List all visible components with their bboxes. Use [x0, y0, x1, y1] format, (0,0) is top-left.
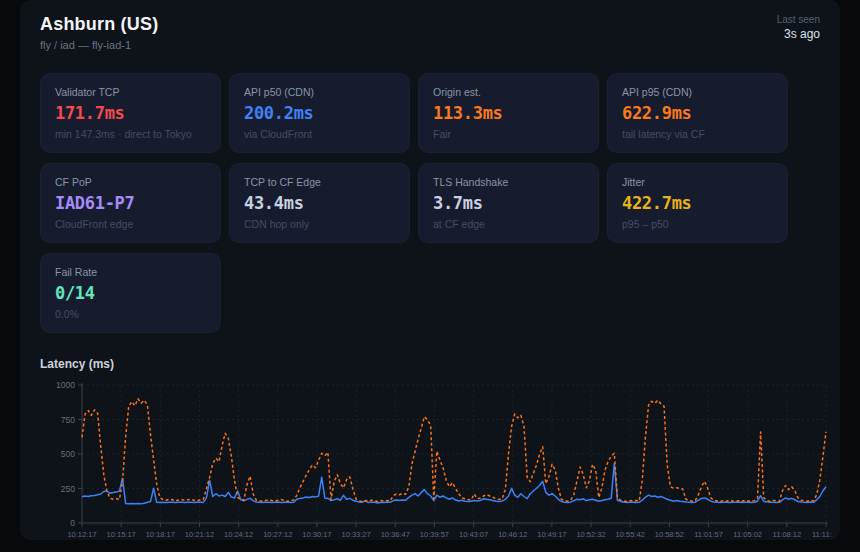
stat-card: Validator TCP 171.7ms min 147.3ms · dire… — [40, 73, 221, 153]
x-tick-label: 10:21:12 — [185, 530, 214, 539]
chart-wrap: 0250500750100010:12:1710:15:1710:18:1710… — [42, 379, 820, 552]
header: Ashburn (US) fly / iad — fly-iad-1 Last … — [40, 14, 820, 51]
stat-card-subtext: CloudFront edge — [55, 218, 206, 230]
x-tick-label: 10:58:52 — [655, 530, 684, 539]
x-tick-label: 10:15:17 — [107, 530, 136, 539]
stat-card-label: CF PoP — [55, 176, 206, 188]
stat-card-label: Validator TCP — [55, 86, 206, 98]
stat-card-label: API p50 (CDN) — [244, 86, 395, 98]
x-tick-label: 10:18:17 — [146, 530, 175, 539]
y-tick-label: 1000 — [56, 380, 75, 390]
chart-title: Latency (ms) — [40, 357, 820, 371]
stat-card-value: 0/14 — [55, 283, 206, 303]
stat-card-value: IAD61-P7 — [55, 193, 206, 213]
x-tick-label: 11:11:57 — [812, 530, 832, 539]
latency-chart: 0250500750100010:12:1710:15:1710:18:1710… — [42, 379, 832, 549]
stat-card-subtext: 0.0% — [55, 308, 206, 320]
stat-card-label: Jitter — [622, 176, 773, 188]
x-tick-label: 10:36:47 — [381, 530, 410, 539]
series-api-p95 — [82, 399, 826, 502]
stat-card-subtext: via CloudFront — [244, 128, 395, 140]
stat-card: Jitter 422.7ms p95 – p50 — [607, 163, 788, 243]
last-seen-label: Last seen — [777, 14, 820, 25]
stat-card-value: 113.3ms — [433, 103, 584, 123]
y-tick-label: 750 — [61, 415, 75, 425]
stat-card: Fail Rate 0/14 0.0% — [40, 253, 221, 333]
stat-card-label: API p95 (CDN) — [622, 86, 773, 98]
x-tick-label: 10:46:12 — [498, 530, 527, 539]
stat-card-subtext: CDN hop only — [244, 218, 395, 230]
stat-card-subtext: at CF edge — [433, 218, 584, 230]
stat-card: Origin est. 113.3ms Fair — [418, 73, 599, 153]
stat-card: TCP to CF Edge 43.4ms CDN hop only — [229, 163, 410, 243]
x-tick-label: 10:39:57 — [420, 530, 449, 539]
stat-card-value: 422.7ms — [622, 193, 773, 213]
stat-card-label: TLS Handshake — [433, 176, 584, 188]
stat-card-value: 3.7ms — [433, 193, 584, 213]
stat-card-subtext: tail latency via CF — [622, 128, 773, 140]
stat-card-value: 622.9ms — [622, 103, 773, 123]
x-tick-label: 11:01:57 — [694, 530, 723, 539]
page-title: Ashburn (US) — [40, 14, 158, 35]
stat-card-subtext: min 147.3ms · direct to Tokyo — [55, 128, 206, 140]
x-tick-label: 10:27:12 — [263, 530, 292, 539]
x-tick-label: 10:55:42 — [616, 530, 645, 539]
x-tick-label: 11:05:02 — [733, 530, 762, 539]
stat-card: TLS Handshake 3.7ms at CF edge — [418, 163, 599, 243]
x-tick-label: 10:43:07 — [459, 530, 488, 539]
x-tick-label: 10:49:17 — [537, 530, 566, 539]
stat-card-subtext: p95 – p50 — [622, 218, 773, 230]
y-tick-label: 250 — [61, 484, 75, 494]
region-panel: Ashburn (US) fly / iad — fly-iad-1 Last … — [20, 0, 840, 540]
stat-cards: Validator TCP 171.7ms min 147.3ms · dire… — [40, 73, 820, 333]
last-seen: Last seen 3s ago — [777, 14, 820, 41]
page-subtitle: fly / iad — fly-iad-1 — [40, 39, 158, 51]
latency-chart-section: Latency (ms) 0250500750100010:12:1710:15… — [40, 357, 820, 552]
x-tick-label: 10:33:27 — [342, 530, 371, 539]
stat-card: CF PoP IAD61-P7 CloudFront edge — [40, 163, 221, 243]
stat-card: API p95 (CDN) 622.9ms tail latency via C… — [607, 73, 788, 153]
y-tick-label: 500 — [61, 449, 75, 459]
x-tick-label: 10:52:32 — [576, 530, 605, 539]
stat-card-value: 171.7ms — [55, 103, 206, 123]
stat-card: API p50 (CDN) 200.2ms via CloudFront — [229, 73, 410, 153]
stat-card-label: Fail Rate — [55, 266, 206, 278]
y-tick-label: 0 — [70, 518, 75, 528]
stat-card-value: 200.2ms — [244, 103, 395, 123]
last-seen-value: 3s ago — [777, 27, 820, 41]
stat-card-subtext: Fair — [433, 128, 584, 140]
stat-card-label: TCP to CF Edge — [244, 176, 395, 188]
x-tick-label: 10:30:17 — [302, 530, 331, 539]
x-tick-label: 10:24:12 — [224, 530, 253, 539]
stat-card-value: 43.4ms — [244, 193, 395, 213]
x-tick-label: 11:08:12 — [773, 530, 802, 539]
x-tick-label: 10:12:17 — [67, 530, 96, 539]
series-api-p50 — [82, 463, 826, 503]
stat-card-label: Origin est. — [433, 86, 584, 98]
